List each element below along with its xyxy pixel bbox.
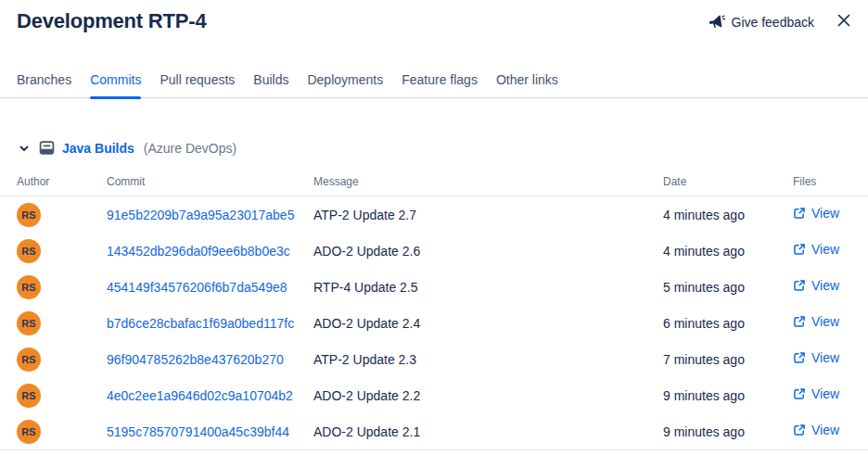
- commit-row: RS 4e0c2ee1a9646d02c9a10704b2 ADO-2 Upda…: [0, 377, 868, 413]
- panel-header: Development RTP-4 Give feedback: [0, 0, 868, 33]
- view-files-link[interactable]: View: [793, 278, 839, 293]
- commit-hash-link[interactable]: 5195c78570791400a45c39bf44: [107, 424, 313, 439]
- commit-row: RS 143452db296da0f9ee6b8b0e3c ADO-2 Upda…: [0, 233, 868, 269]
- external-link-icon: [793, 243, 806, 256]
- external-link-icon: [793, 279, 806, 292]
- view-files-link[interactable]: View: [793, 423, 839, 437]
- avatar: RS: [17, 384, 41, 408]
- column-header-author: Author: [17, 175, 107, 188]
- view-files-link[interactable]: View: [793, 242, 839, 257]
- section-name-link[interactable]: Java Builds: [62, 141, 134, 156]
- tab-branches[interactable]: Branches: [17, 72, 71, 97]
- column-header-files: Files: [793, 175, 868, 188]
- close-icon: [836, 13, 851, 28]
- tab-other-links[interactable]: Other links: [496, 72, 558, 97]
- commit-hash-link[interactable]: 454149f34576206f6b7da549e8: [107, 280, 313, 295]
- view-files-link[interactable]: View: [793, 350, 839, 365]
- view-files-label: View: [811, 350, 839, 365]
- commit-hash-link[interactable]: 143452db296da0f9ee6b8b0e3c: [107, 244, 313, 259]
- commit-date: 9 minutes ago: [663, 424, 793, 439]
- view-files-label: View: [811, 423, 839, 437]
- avatar: RS: [17, 203, 41, 227]
- commit-date: 7 minutes ago: [663, 352, 793, 367]
- commit-hash-link[interactable]: 91e5b2209b7a9a95a23017abe5: [107, 208, 313, 222]
- commit-message: ADO-2 Update 2.4: [313, 316, 663, 331]
- megaphone-icon: [708, 15, 725, 30]
- external-link-icon: [793, 315, 806, 328]
- avatar: RS: [17, 275, 41, 299]
- give-feedback-button[interactable]: Give feedback: [708, 15, 815, 30]
- view-files-label: View: [811, 278, 839, 293]
- close-button[interactable]: [835, 11, 853, 32]
- avatar: RS: [17, 420, 41, 444]
- commit-message: ADO-2 Update 2.6: [313, 244, 663, 259]
- tab-commits[interactable]: Commits: [90, 72, 141, 97]
- view-files-link[interactable]: View: [793, 314, 839, 329]
- tab-pull-requests[interactable]: Pull requests: [160, 72, 235, 97]
- view-files-label: View: [811, 386, 839, 401]
- section-collapse-button[interactable]: [17, 143, 32, 154]
- commit-date: 9 minutes ago: [663, 388, 793, 403]
- commit-message: ADO-2 Update 2.1: [313, 424, 663, 439]
- repository-icon: [39, 140, 55, 156]
- commit-date: 6 minutes ago: [663, 316, 793, 331]
- header-actions: Give feedback: [708, 9, 854, 32]
- commit-message: RTP-4 Update 2.5: [313, 280, 663, 295]
- avatar: RS: [17, 239, 41, 263]
- commits-table-body: RS 91e5b2209b7a9a95a23017abe5 ATP-2 Upda…: [0, 196, 868, 449]
- section-provider-label: (Azure DevOps): [144, 141, 236, 156]
- section-header: Java Builds (Azure DevOps): [0, 140, 868, 156]
- commit-row: RS b7d6ce28cbafac1f69a0bed117fc ADO-2 Up…: [0, 305, 868, 341]
- commit-hash-link[interactable]: 96f904785262b8e437620b270: [107, 352, 313, 367]
- commit-row: RS 454149f34576206f6b7da549e8 RTP-4 Upda…: [0, 269, 868, 305]
- chevron-down-icon: [19, 143, 30, 154]
- view-files-label: View: [811, 242, 839, 257]
- view-files-link[interactable]: View: [793, 206, 839, 221]
- external-link-icon: [793, 351, 806, 364]
- commits-table: Author Commit Message Date Files RS 91e5…: [0, 175, 868, 450]
- column-header-date: Date: [663, 175, 793, 188]
- commit-hash-link[interactable]: b7d6ce28cbafac1f69a0bed117fc: [107, 316, 313, 331]
- commit-row: RS 91e5b2209b7a9a95a23017abe5 ATP-2 Upda…: [0, 196, 868, 233]
- view-files-label: View: [811, 206, 839, 221]
- commit-date: 4 minutes ago: [663, 208, 793, 222]
- view-files-link[interactable]: View: [793, 386, 839, 401]
- avatar: RS: [17, 348, 41, 372]
- external-link-icon: [793, 207, 806, 220]
- tab-builds[interactable]: Builds: [253, 72, 288, 97]
- commit-message: ATP-2 Update 2.7: [313, 208, 663, 222]
- commit-date: 4 minutes ago: [663, 244, 793, 259]
- tab-feature-flags[interactable]: Feature flags: [402, 72, 478, 97]
- commit-message: ATP-2 Update 2.3: [313, 352, 663, 367]
- give-feedback-label: Give feedback: [732, 15, 815, 30]
- view-files-label: View: [811, 314, 839, 329]
- commit-row: RS 5195c78570791400a45c39bf44 ADO-2 Upda…: [0, 413, 868, 449]
- commit-message: ADO-2 Update 2.2: [313, 388, 663, 403]
- tab-bar: BranchesCommitsPull requestsBuildsDeploy…: [0, 72, 868, 98]
- external-link-icon: [793, 423, 806, 436]
- column-header-commit: Commit: [107, 175, 313, 188]
- commit-row: RS 96f904785262b8e437620b270 ATP-2 Updat…: [0, 341, 868, 377]
- column-header-message: Message: [313, 175, 663, 188]
- commit-hash-link[interactable]: 4e0c2ee1a9646d02c9a10704b2: [107, 388, 313, 403]
- page-title: Development RTP-4: [17, 9, 206, 33]
- tab-deployments[interactable]: Deployments: [307, 72, 383, 97]
- commit-date: 5 minutes ago: [663, 280, 793, 295]
- external-link-icon: [793, 387, 806, 400]
- development-dialog: Development RTP-4 Give feedback: [0, 0, 868, 455]
- avatar: RS: [17, 311, 41, 335]
- commits-table-header: Author Commit Message Date Files: [0, 175, 868, 196]
